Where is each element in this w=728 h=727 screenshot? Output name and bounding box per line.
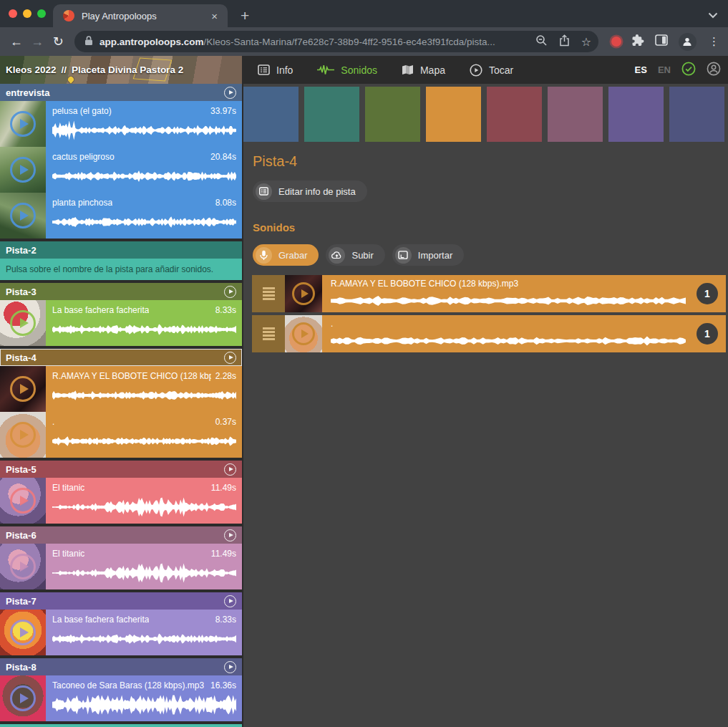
clip-thumbnail[interactable] (0, 478, 46, 524)
address-bar[interactable]: app.antropoloops.com/Kleos-Santa-Marina/… (74, 31, 598, 52)
upload-button[interactable]: Subir (326, 244, 384, 266)
clip-thumbnail[interactable] (0, 366, 46, 412)
clip-el-titanic[interactable]: El titanic11.49s (0, 478, 242, 524)
window-close-button[interactable] (9, 9, 17, 18)
sound-play-icon[interactable] (292, 282, 315, 305)
track-play-button[interactable] (224, 286, 236, 298)
recorder-extension-icon[interactable] (611, 37, 621, 47)
sound-row-dot[interactable]: . 1 (252, 315, 726, 352)
clip-ramaya[interactable]: R.AMAYA Y EL BOBOTE CHICO (128 kbps)....… (0, 366, 242, 412)
url-host: app.antropoloops.com (100, 37, 204, 47)
back-button[interactable]: ← (7, 31, 25, 52)
swatch-track-5[interactable] (487, 87, 542, 142)
clip-play-icon[interactable] (10, 203, 36, 228)
swatch-track-6[interactable] (548, 87, 603, 142)
clip-play-icon[interactable] (10, 157, 36, 183)
tab-close-icon[interactable]: × (208, 10, 220, 22)
breadcrumb[interactable]: Kleos 2022 // Placeta Divina Pastora 2 (0, 56, 242, 84)
share-icon[interactable] (559, 34, 570, 49)
track-play-button[interactable] (224, 352, 236, 364)
side-panel-icon[interactable] (655, 34, 668, 49)
swatch-track-4[interactable] (426, 87, 481, 142)
swatch-track-3[interactable] (365, 87, 420, 142)
window-minimize-button[interactable] (23, 9, 31, 18)
track-header-pista-8[interactable]: Pista-8 (0, 658, 242, 675)
breadcrumb-page[interactable]: Placeta Divina Pastora 2 (72, 64, 183, 75)
track-header-pista-4[interactable]: Pista-4 (0, 349, 242, 366)
swatch-track-8[interactable] (669, 87, 724, 142)
clip-la-base-fachera[interactable]: La base fachera facherita8.33s (0, 300, 242, 346)
clip-planta[interactable]: planta pinchosa8.08s (0, 193, 242, 239)
lang-en[interactable]: EN (658, 64, 671, 75)
lang-es[interactable]: ES (635, 64, 647, 75)
track-play-button[interactable] (224, 595, 236, 607)
clip-thumbnail[interactable] (0, 147, 46, 193)
track-header-pista-7[interactable]: Pista-7 (0, 592, 242, 610)
edit-track-info-button[interactable]: Editar info de pista (253, 180, 367, 202)
clip-cactus[interactable]: cactus peligroso20.84s (0, 147, 242, 193)
clip-dot[interactable]: .0.37s (0, 412, 242, 458)
sync-check-icon[interactable] (681, 62, 696, 79)
reload-button[interactable]: ↻ (49, 31, 67, 52)
tab-info[interactable]: Info (258, 64, 293, 76)
tab-mapa[interactable]: Mapa (402, 64, 445, 76)
track-play-button[interactable] (224, 529, 236, 541)
clip-thumbnail[interactable] (0, 610, 46, 655)
clip-play-icon[interactable] (10, 422, 36, 448)
account-icon[interactable] (707, 62, 721, 79)
sound-thumbnail[interactable] (285, 315, 322, 352)
record-button[interactable]: Grabar (253, 244, 319, 266)
window-fullscreen-button[interactable] (37, 9, 46, 18)
track-header-entrevista[interactable]: entrevista (0, 84, 242, 101)
clip-play-icon[interactable] (10, 620, 36, 645)
clip-play-icon[interactable] (10, 488, 36, 514)
sound-thumbnail[interactable] (285, 275, 322, 312)
track-header-pista-6[interactable]: Pista-6 (0, 526, 242, 544)
browser-tab[interactable]: Play Antropoloops × (53, 4, 228, 27)
track-play-button[interactable] (224, 463, 236, 476)
sound-play-icon[interactable] (292, 322, 315, 345)
clip-thumbnail[interactable] (0, 300, 46, 346)
profile-avatar[interactable] (679, 33, 697, 51)
swatch-track-2[interactable] (304, 87, 359, 142)
clip-thumbnail[interactable] (0, 412, 46, 458)
browser-menu-icon[interactable]: ⋮ (707, 35, 721, 48)
tab-tocar[interactable]: Tocar (470, 64, 513, 77)
swatch-track-1[interactable] (243, 87, 299, 142)
sound-row-ramaya[interactable]: R.AMAYA Y EL BOBOTE CHICO (128 kbps).mp3… (252, 275, 726, 312)
tab-search-chevron-icon[interactable] (708, 9, 718, 21)
clip-play-icon[interactable] (10, 554, 36, 579)
clip-play-icon[interactable] (10, 111, 36, 137)
clip-la-base-fachera-2[interactable]: La base fachera facherita8.33s (0, 610, 242, 655)
drag-handle-icon[interactable] (252, 315, 285, 352)
forward-button[interactable]: → (28, 31, 46, 52)
clip-pelusa[interactable]: pelusa (el gato)33.97s (0, 101, 242, 147)
breadcrumb-project[interactable]: Kleos 2022 (6, 64, 57, 75)
clip-thumbnail[interactable] (0, 544, 46, 589)
track-header-pista-5[interactable]: Pista-5 (0, 461, 242, 478)
track-play-button[interactable] (224, 87, 236, 99)
tab-sonidos[interactable]: Sonidos (317, 64, 377, 76)
swatch-track-7[interactable] (608, 87, 664, 142)
track-header-pista-2[interactable]: Pista-2 (0, 241, 242, 259)
extensions-puzzle-icon[interactable] (632, 34, 644, 49)
record-label: Grabar (278, 250, 307, 261)
sound-count-badge[interactable]: 1 (697, 323, 718, 345)
zoom-out-icon[interactable] (535, 34, 548, 49)
import-button[interactable]: Importar (392, 244, 464, 266)
clip-play-icon[interactable] (10, 376, 36, 402)
clip-thumbnail[interactable] (0, 193, 46, 239)
clip-taconeo[interactable]: Taconeo de Sara Baras (128 kbps).mp316.3… (0, 675, 242, 721)
new-tab-button[interactable]: + (241, 6, 249, 26)
hint-text: Pulsa sobre el nombre de la pista para a… (6, 264, 213, 274)
clip-el-titanic-2[interactable]: El titanic11.49s (0, 544, 242, 589)
clip-thumbnail[interactable] (0, 675, 46, 721)
drag-handle-icon[interactable] (252, 275, 285, 312)
sound-count-badge[interactable]: 1 (697, 283, 718, 304)
clip-play-icon[interactable] (10, 310, 36, 336)
bookmark-star-icon[interactable]: ☆ (581, 35, 591, 49)
clip-thumbnail[interactable] (0, 101, 46, 147)
track-header-pista-3[interactable]: Pista-3 (0, 283, 242, 300)
track-play-button[interactable] (224, 661, 236, 673)
clip-play-icon[interactable] (10, 685, 36, 711)
